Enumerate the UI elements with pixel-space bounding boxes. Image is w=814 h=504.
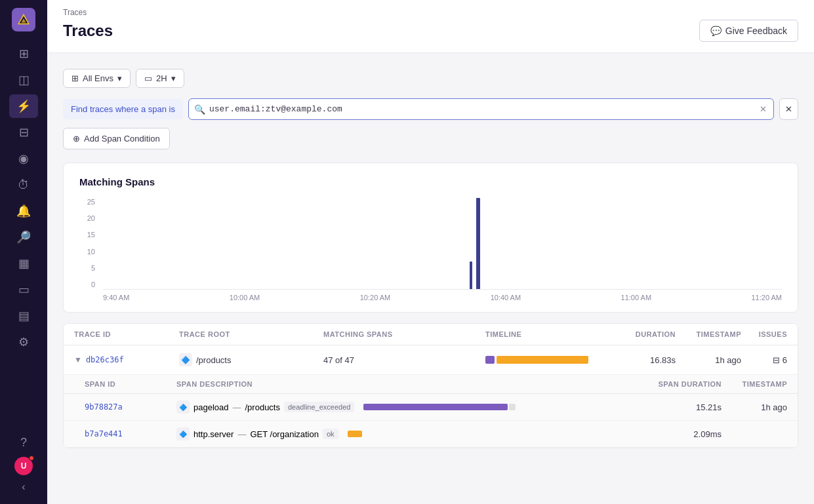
span-id-link[interactable]: b7a7e441 [85,429,176,438]
search-input[interactable] [209,99,754,119]
feedback-label: Give Feedback [725,26,787,36]
x-label-940: 9:40 AM [103,294,129,301]
search-close-button[interactable]: ✕ [779,98,798,120]
sidebar-item-traces[interactable]: ⚡ [9,94,38,118]
chart-bar-spike [476,198,480,289]
trace-root-icon: 🔷 [179,353,192,366]
sidebar-item-projects[interactable]: ◫ [9,68,38,92]
chart-container: Matching Spans 25 20 15 10 5 0 [63,163,798,313]
sidebar-item-insights[interactable]: 🔎 [9,225,38,249]
table-row: ▼ db26c36f 🔷 /products 47 of 47 16.83s 1… [64,345,798,375]
chevron-down-icon: ▾ [171,73,176,83]
env-icon: ⊞ [71,73,79,83]
chart-x-axis: 9:40 AM 10:00 AM 10:20 AM 10:40 AM 11:00… [103,290,782,301]
span-row: 9b78827a 🔷 pageload — /products deadline… [64,394,798,421]
time-label: 2H [156,73,167,83]
chart-area: 25 20 15 10 5 0 9:40 AM [79,198,782,301]
sidebar-item-dashboards[interactable]: ▦ [9,252,38,275]
sidebar-item-alerts[interactable]: 🔔 [9,199,38,223]
chart-bar-small [470,262,472,289]
col-duration: DURATION [617,330,676,338]
expanded-span-section: SPAN ID SPAN DESCRIPTION SPAN DURATION T… [64,375,798,448]
span-sub-header: SPAN ID SPAN DESCRIPTION SPAN DURATION T… [64,375,798,394]
col-trace-id: TRACE ID [74,330,179,338]
search-label: Find traces where a span is [63,99,183,119]
content-area: ⊞ All Envs ▾ ▭ 2H ▾ Find traces where a … [47,53,814,504]
avatar[interactable]: U [14,457,33,475]
calendar-icon: ▭ [144,73,152,83]
traces-table: TRACE ID TRACE ROOT MATCHING SPANS TIMEL… [63,323,798,448]
timeline-bar-main [497,356,588,364]
page-title: Traces [63,22,113,40]
sidebar-item-help[interactable]: ? [9,431,38,454]
y-label-20: 20 [87,214,95,222]
issues-count: 6 [783,355,787,365]
logo[interactable] [12,8,35,31]
header-row: Traces 💬 Give Feedback [63,20,798,42]
x-label-1000: 10:00 AM [230,294,260,301]
span-path: GET /organization [250,429,319,439]
span-type: pageload [193,402,229,412]
sidebar: ⊞ ◫ ⚡ ⊟ ◉ ⏱ 🔔 🔎 ▦ ▭ ▤ ⚙ ? U ‹ [0,0,47,504]
sidebar-item-discover[interactable]: ◉ [9,147,38,170]
sidebar-item-performance[interactable]: ⊟ [9,121,38,144]
env-label: All Envs [83,73,113,83]
col-trace-root: TRACE ROOT [179,330,323,338]
table-header: TRACE ID TRACE ROOT MATCHING SPANS TIMEL… [64,324,798,345]
sidebar-item-releases[interactable]: ⏱ [9,173,38,197]
feedback-icon: 💬 [710,26,722,36]
x-label-1100: 11:00 AM [621,294,651,301]
span-timeline-bar-2 [348,431,362,437]
chart-main: 9:40 AM 10:00 AM 10:20 AM 10:40 AM 11:00… [103,198,782,301]
span-row: b7a7e441 🔷 http.server — GET /organizati… [64,421,798,448]
page-header: Traces Traces 💬 Give Feedback [47,0,814,53]
give-feedback-button[interactable]: 💬 Give Feedback [699,20,798,42]
y-label-0: 0 [91,281,95,288]
span-col-desc: SPAN DESCRIPTION [176,380,643,388]
y-label-15: 15 [87,231,95,239]
span-root-icon: 🔷 [176,427,190,440]
span-duration-cell: 2.09ms [643,429,722,439]
chart-y-axis: 25 20 15 10 5 0 [79,198,95,301]
col-timeline: TIMELINE [485,330,617,338]
timeline-bar-start [485,356,495,364]
timeline-cell [485,356,617,364]
timestamp-cell: 1h ago [676,355,741,365]
sidebar-item-storage[interactable]: ▭ [9,278,38,301]
search-clear-button[interactable]: ✕ [758,103,768,115]
span-id-link[interactable]: 9b78827a [85,402,176,412]
x-label-1020: 10:20 AM [360,294,390,301]
breadcrumb: Traces [63,8,798,17]
chart-bars [103,198,782,290]
trace-root-cell: 🔷 /products [179,353,323,366]
x-label-1120: 11:20 AM [751,294,781,301]
span-sep: — [233,402,241,412]
trace-id-cell: ▼ db26c36f [74,355,179,364]
sidebar-item-settings[interactable]: ⚙ [9,330,38,354]
env-filter-button[interactable]: ⊞ All Envs ▾ [63,69,131,88]
span-col-id: SPAN ID [85,380,176,388]
span-timestamp-cell: 1h ago [722,402,787,412]
trace-id-link[interactable]: db26c36f [86,355,124,364]
col-timestamp: TIMESTAMP [676,330,741,338]
span-col-timestamp: TIMESTAMP [722,380,787,388]
span-path: /products [245,402,280,412]
time-filter-button[interactable]: ▭ 2H ▾ [136,69,184,88]
sidebar-collapse-button[interactable]: ‹ [9,478,38,496]
chevron-down-icon[interactable]: ▼ [74,355,82,364]
plus-circle-icon: ⊕ [73,134,80,144]
span-timeline-bar-1 [363,404,508,410]
span-desc-cell: 🔷 pageload — /products deadline_exceeded [176,400,643,414]
col-issues: ISSUES [741,330,787,338]
x-label-1040: 10:40 AM [491,294,521,301]
main-content: Traces Traces 💬 Give Feedback ⊞ All Envs… [47,0,814,504]
issues-cell: ⊟ 6 [741,355,787,365]
duration-cell: 16.83s [617,355,676,365]
y-label-25: 25 [87,198,95,206]
span-desc-cell: 🔷 http.server — GET /organization ok [176,427,643,440]
sidebar-item-dashboard[interactable]: ⊞ [9,42,38,66]
search-input-wrapper: 🔍 ✕ [188,98,774,120]
add-span-condition-button[interactable]: ⊕ Add Span Condition [63,128,170,149]
sidebar-item-metrics[interactable]: ▤ [9,304,38,328]
avatar-badge [29,456,34,461]
